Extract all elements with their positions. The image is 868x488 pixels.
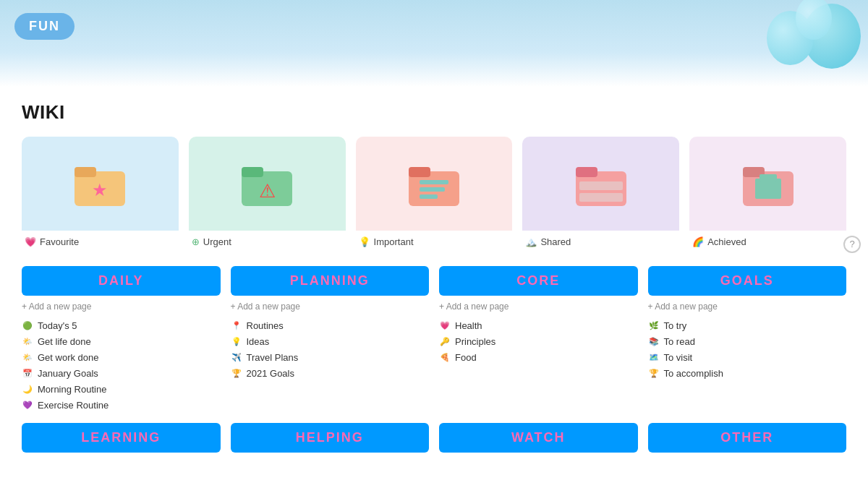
item-icon: 💡	[231, 335, 242, 347]
section-daily: DAILY + Add a new page 🟢Today's 5 🌤️Get …	[22, 266, 221, 413]
add-page-core[interactable]: + Add a new page	[439, 301, 638, 312]
wiki-card-img-important	[356, 137, 513, 231]
section-items-core: 💗Health 🔑Principles 🍕Food	[439, 317, 638, 365]
wiki-card-urgent[interactable]: ⚠ ⊕ Urgent	[189, 137, 346, 250]
list-item[interactable]: 🌙Morning Routine	[22, 381, 221, 397]
item-icon: 📅	[22, 367, 33, 379]
wiki-title: WIKI	[22, 101, 846, 124]
item-icon: 🏆	[648, 367, 660, 379]
svg-rect-1	[75, 167, 96, 177]
svg-rect-4	[242, 167, 263, 177]
add-page-daily[interactable]: + Add a new page	[22, 301, 221, 312]
teaser-watch[interactable]: WATCH	[439, 423, 638, 453]
section-title-daily: DAILY	[98, 273, 143, 288]
teaser-title-helping: HELPING	[296, 430, 364, 445]
svg-rect-9	[420, 187, 445, 192]
item-icon: 📚	[648, 335, 660, 347]
list-item[interactable]: 🟢Today's 5	[22, 317, 221, 333]
header: FUN	[0, 0, 868, 87]
section-title-planning: PLANNING	[290, 273, 370, 288]
svg-rect-10	[420, 194, 438, 199]
wiki-card-label-important: 💡 Important	[356, 231, 513, 250]
wiki-card-label-achieved: 🌈 Achieved	[689, 231, 846, 250]
teaser-title-other: OTHER	[720, 430, 773, 445]
help-button[interactable]: ?	[843, 236, 861, 253]
wiki-card-favourite[interactable]: ★ 💗 Favourite	[22, 137, 179, 250]
section-header-daily: DAILY	[22, 266, 221, 296]
wiki-card-important[interactable]: 💡 Important	[356, 137, 513, 250]
list-item[interactable]: 🌤️Get work done	[22, 349, 221, 365]
teaser-learning[interactable]: LEARNING	[22, 423, 221, 453]
section-title-core: CORE	[516, 273, 560, 288]
list-item[interactable]: 💗Health	[439, 317, 638, 333]
wiki-card-shared[interactable]: 🏔️ Shared	[522, 137, 679, 250]
list-item[interactable]: 🌿To try	[648, 317, 847, 333]
item-icon: 🟢	[22, 320, 33, 331]
section-goals: GOALS + Add a new page 🌿To try 📚To read …	[648, 266, 847, 413]
teaser-title-learning: LEARNING	[81, 430, 161, 445]
svg-rect-17	[755, 179, 781, 199]
section-planning: PLANNING + Add a new page 📍Routines 💡Ide…	[231, 266, 430, 413]
wiki-card-img-urgent: ⚠	[189, 137, 346, 231]
item-icon: 🏆	[231, 367, 242, 379]
list-item[interactable]: 📚To read	[648, 333, 847, 349]
item-icon: 🍕	[439, 351, 451, 363]
section-header-core: CORE	[439, 266, 638, 296]
sections-grid: DAILY + Add a new page 🟢Today's 5 🌤️Get …	[22, 266, 846, 413]
main-content: WIKI ★ 💗 Favourite	[0, 87, 868, 467]
wiki-card-img-favourite: ★	[22, 137, 179, 231]
list-item[interactable]: 💜Exercise Routine	[22, 397, 221, 413]
wiki-card-img-shared	[522, 137, 679, 231]
item-icon: 🌿	[648, 320, 660, 331]
item-icon: 🗺️	[648, 351, 660, 363]
list-item[interactable]: 🔑Principles	[439, 333, 638, 349]
svg-rect-7	[409, 167, 430, 177]
teaser-helping[interactable]: HELPING	[231, 423, 430, 453]
wiki-card-achieved[interactable]: 🌈 Achieved	[689, 137, 846, 250]
item-icon: ✈️	[231, 351, 242, 363]
section-title-goals: GOALS	[720, 273, 774, 288]
fun-badge[interactable]: FUN	[14, 13, 75, 40]
teaser-other[interactable]: OTHER	[648, 423, 847, 453]
item-icon: 📍	[231, 320, 242, 331]
item-icon: 💗	[439, 320, 451, 331]
list-item[interactable]: ✈️Travel Plans	[231, 349, 430, 365]
svg-rect-8	[420, 180, 448, 184]
item-icon: 🌤️	[22, 335, 33, 347]
bottom-teaser: LEARNING HELPING WATCH OTHER	[22, 423, 846, 453]
item-icon: 💜	[22, 399, 33, 411]
list-item[interactable]: 🍕Food	[439, 349, 638, 365]
svg-text:⚠: ⚠	[259, 180, 276, 202]
list-item[interactable]: 📍Routines	[231, 317, 430, 333]
section-items-daily: 🟢Today's 5 🌤️Get life done 🌤️Get work do…	[22, 317, 221, 413]
item-icon: 🌙	[22, 383, 33, 395]
teaser-title-watch: WATCH	[511, 430, 566, 445]
list-item[interactable]: 📅January Goals	[22, 365, 221, 381]
svg-rect-13	[579, 181, 623, 190]
wiki-cards: ★ 💗 Favourite ⚠ ⊕	[22, 137, 846, 250]
section-core: CORE + Add a new page 💗Health 🔑Principle…	[439, 266, 638, 413]
svg-rect-12	[576, 167, 597, 177]
balloon-container	[767, 0, 868, 87]
list-item[interactable]: 🏆To accomplish	[648, 365, 847, 381]
list-item[interactable]: 🏆2021 Goals	[231, 365, 430, 381]
list-item[interactable]: 🗺️To visit	[648, 349, 847, 365]
section-items-goals: 🌿To try 📚To read 🗺️To visit 🏆To accompli…	[648, 317, 847, 381]
page-wrapper: FUN ? WIKI ★ 💗	[0, 0, 868, 488]
section-items-planning: 📍Routines 💡Ideas ✈️Travel Plans 🏆2021 Go…	[231, 317, 430, 381]
svg-text:★: ★	[92, 180, 108, 200]
svg-rect-18	[760, 174, 777, 181]
wiki-card-img-achieved	[689, 137, 846, 231]
list-item[interactable]: 💡Ideas	[231, 333, 430, 349]
section-header-planning: PLANNING	[231, 266, 430, 296]
svg-rect-14	[579, 193, 623, 202]
section-header-goals: GOALS	[648, 266, 847, 296]
add-page-planning[interactable]: + Add a new page	[231, 301, 430, 312]
wiki-card-label-urgent: ⊕ Urgent	[189, 231, 346, 250]
item-icon: 🌤️	[22, 351, 33, 363]
add-page-goals[interactable]: + Add a new page	[648, 301, 847, 312]
list-item[interactable]: 🌤️Get life done	[22, 333, 221, 349]
item-icon: 🔑	[439, 335, 451, 347]
wiki-card-label-favourite: 💗 Favourite	[22, 231, 179, 250]
wiki-card-label-shared: 🏔️ Shared	[522, 231, 679, 250]
